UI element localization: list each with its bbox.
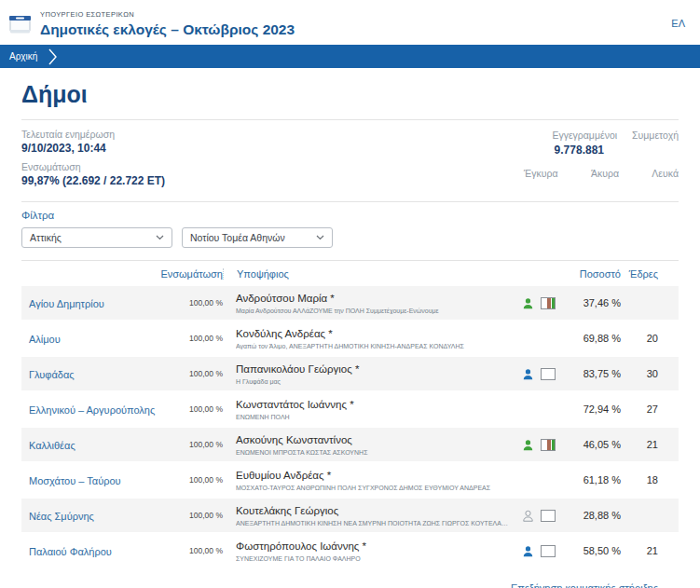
row-integration-value: 100,00 % xyxy=(159,546,223,555)
ballot-box-icon xyxy=(7,11,33,35)
municipality-link[interactable]: Καλλιθέας xyxy=(29,440,75,451)
table-row: Γλυφάδας 100,00 % Παπανικολάου Γεώργιος … xyxy=(21,357,679,390)
row-percent-value: 46,05 % xyxy=(563,439,621,450)
header-integration: Ενσωμάτωση xyxy=(159,268,223,280)
municipality-link[interactable]: Αγίου Δημητρίου xyxy=(29,298,104,309)
registered-value: 9.778.881 xyxy=(524,144,679,157)
municipality-link[interactable]: Ελληνικού – Αργυρούπολης xyxy=(29,404,155,416)
row-integration-value: 100,00 % xyxy=(159,369,223,378)
row-seats-value: 20 xyxy=(621,333,658,344)
row-integration-value: 100,00 % xyxy=(159,475,223,485)
integration-value: 99,87% (22.692 / 22.722 ΕΤ) xyxy=(21,174,165,187)
region-select[interactable]: Αττικής xyxy=(21,227,172,248)
municipality-link[interactable]: Αλίμου xyxy=(29,334,61,345)
row-percent-value: 72,94 % xyxy=(563,403,621,415)
table-row: Ελληνικού – Αργυρούπολης 100,00 % Κωνστα… xyxy=(21,392,679,426)
candidate-name: Παπανικολάου Γεώργιος * xyxy=(236,363,511,375)
row-percent-value: 69,88 % xyxy=(563,333,621,344)
candidate-party-list: ΜΟΣΧΑΤΟ-ΤΑΥΡΟΣ ΑΝΘΡΩΠΙΝΗ ΠΟΛΗ ΣΥΓΧΡΟΝΟΣ … xyxy=(236,485,511,491)
party-support-swatch xyxy=(541,297,556,309)
language-switcher[interactable]: ΕΛ xyxy=(671,18,685,29)
table-footer: Επεξήγηση κομματικής στήριξης * νυν δήμα… xyxy=(21,569,679,588)
row-integration-value: 100,00 % xyxy=(159,334,223,343)
invalid-label: Άκυρα xyxy=(591,168,619,179)
brand-home-link[interactable]: ΥΠΟΥΡΓΕΙΟ ΕΣΩΤΕΡΙΚΩΝ Δημοτικές εκλογές –… xyxy=(7,8,295,38)
candidate-name: Ασκούνης Κωνσταντίνος xyxy=(236,434,511,445)
table-row: Καλλιθέας 100,00 % Ασκούνης Κωνσταντίνος… xyxy=(21,428,679,461)
row-seats-value: 21 xyxy=(621,439,658,450)
candidate-party-list: ΕΝΩΜΕΝΗ ΠΟΛΗ xyxy=(236,414,511,420)
filters-panel: Φίλτρα Αττικής Νοτίου Τομέα Αθηνών xyxy=(21,201,679,260)
candidate-person-icon xyxy=(521,544,535,558)
chevron-down-icon xyxy=(316,235,324,240)
municipality-link[interactable]: Μοσχάτου – Ταύρου xyxy=(29,475,121,486)
results-table: Ενσωμάτωση Υποψήφιος Ποσοστό Έδρες Αγίου… xyxy=(21,260,679,567)
candidate-party-list: Η Γλυφάδα μας xyxy=(236,378,511,385)
row-integration-value: 100,00 % xyxy=(159,404,223,414)
row-percent-value: 37,46 % xyxy=(563,297,621,308)
ministry-label: ΥΠΟΥΡΓΕΙΟ ΕΣΩΤΕΡΙΚΩΝ xyxy=(40,8,295,19)
party-support-swatch xyxy=(541,368,556,380)
candidate-party-list: ΑΝΕΞΑΡΤΗΤΗ ΔΗΜΟΤΙΚΗ ΚΙΝΗΣΗ ΝΕΑ ΣΜΥΡΝΗ ΠΟ… xyxy=(236,520,511,526)
table-row: Αγίου Δημητρίου 100,00 % Ανδρούτσου Μαρί… xyxy=(21,286,679,320)
candidate-party-list: Αγαπώ τον Άλιμο, ΑΝΕΞΑΡΤΗΤΗ ΔΗΜΟΤΙΚΗ ΚΙΝ… xyxy=(236,343,511,349)
municipality-link[interactable]: Παλαιού Φαλήρου xyxy=(29,546,112,557)
last-update-label: Τελευταία ενημέρωση xyxy=(21,129,165,140)
table-row: Παλαιού Φαλήρου 100,00 % Φωστηρόπουλος Ι… xyxy=(21,534,679,567)
row-percent-value: 58,50 % xyxy=(563,545,621,556)
party-support-swatch xyxy=(541,510,556,522)
filters-label: Φίλτρα xyxy=(21,210,679,221)
site-title: Δημοτικές εκλογές – Οκτώβριος 2023 xyxy=(40,21,295,38)
breadcrumb: Αρχική xyxy=(0,45,700,68)
municipality-link[interactable]: Γλυφάδας xyxy=(29,369,75,380)
row-seats-value: 18 xyxy=(621,474,658,485)
main-content: Δήμοι Τελευταία ενημέρωση 9/10/2023, 10:… xyxy=(0,81,700,588)
candidate-name: Κουτελάκης Γεώργιος xyxy=(236,505,511,516)
results-table-body: Αγίου Δημητρίου 100,00 % Ανδρούτσου Μαρί… xyxy=(21,286,679,567)
row-percent-value: 28,88 % xyxy=(563,510,621,521)
row-integration-value: 100,00 % xyxy=(159,440,223,449)
sector-select-value: Νοτίου Τομέα Αθηνών xyxy=(190,232,285,243)
row-seats-value: 27 xyxy=(621,403,658,415)
candidate-person-icon xyxy=(521,367,535,381)
breadcrumb-home-link[interactable]: Αρχική xyxy=(9,51,37,62)
participation-label: Συμμετοχή xyxy=(632,130,679,141)
stats-left: Τελευταία ενημέρωση 9/10/2023, 10:44 Ενσ… xyxy=(21,129,165,194)
integration-label: Ενσωμάτωση xyxy=(21,161,165,172)
region-select-value: Αττικής xyxy=(30,232,62,243)
candidate-name: Κονδύλης Ανδρέας * xyxy=(236,328,511,339)
party-support-swatch xyxy=(541,439,556,451)
candidate-name: Φωστηρόπουλος Ιωάννης * xyxy=(236,540,511,552)
header-seats: Έδρες xyxy=(621,268,658,280)
candidate-person-icon xyxy=(521,438,535,452)
page-title: Δήμοι xyxy=(21,81,679,108)
candidate-name: Κωνσταντάτος Ιωάννης * xyxy=(236,399,511,410)
table-row: Αλίμου 100,00 % Κονδύλης Ανδρέας * Αγαπώ… xyxy=(21,321,679,355)
header-percent: Ποσοστό xyxy=(563,268,621,280)
row-percent-value: 83,75 % xyxy=(563,368,621,379)
table-row: Μοσχάτου – Ταύρου 100,00 % Ευθυμίου Ανδρ… xyxy=(21,463,679,497)
row-seats-value: 21 xyxy=(621,545,658,556)
party-support-legend-link[interactable]: Επεξήγηση κομματικής στήριξης xyxy=(511,582,658,588)
candidate-person-icon xyxy=(521,296,535,310)
top-header: ΥΠΟΥΡΓΕΙΟ ΕΣΩΤΕΡΙΚΩΝ Δημοτικές εκλογές –… xyxy=(0,0,700,45)
row-integration-value: 100,00 % xyxy=(159,511,223,520)
chevron-down-icon xyxy=(156,235,164,240)
row-percent-value: 61,18 % xyxy=(563,474,621,485)
blank-label: Λευκά xyxy=(652,168,679,179)
row-integration-value: 100,00 % xyxy=(159,298,223,308)
candidate-party-list: ΕΝΩΜΕΝΟΙ ΜΠΡΟΣΤΑ ΚΩΣΤΑΣ ΑΣΚΟΥΝΗΣ xyxy=(236,449,511,456)
candidate-party-list: Μαρία Ανδρούτσου ΑΛΛάΖΟΥΜΕ την ΠΟΛΗ Συμμ… xyxy=(236,308,511,314)
candidate-name: Ευθυμίου Ανδρέας * xyxy=(236,470,511,481)
stats-right: Εγγεγραμμένοι Συμμετοχή 9.778.881 Έγκυρα… xyxy=(524,129,679,194)
sector-select[interactable]: Νοτίου Τομέα Αθηνών xyxy=(182,227,333,248)
party-support-swatch xyxy=(541,545,556,557)
header-candidate: Υποψήφιος xyxy=(223,268,511,280)
municipality-link[interactable]: Νέας Σμύρνης xyxy=(29,511,94,522)
row-seats-value: 30 xyxy=(621,368,658,379)
stats-panel: Τελευταία ενημέρωση 9/10/2023, 10:44 Ενσ… xyxy=(21,119,679,201)
candidate-person-icon xyxy=(521,509,535,523)
table-row: Νέας Σμύρνης 100,00 % Κουτελάκης Γεώργιο… xyxy=(21,499,679,532)
registered-label: Εγγεγραμμένοι xyxy=(552,130,617,141)
last-update-value: 9/10/2023, 10:44 xyxy=(21,142,165,155)
